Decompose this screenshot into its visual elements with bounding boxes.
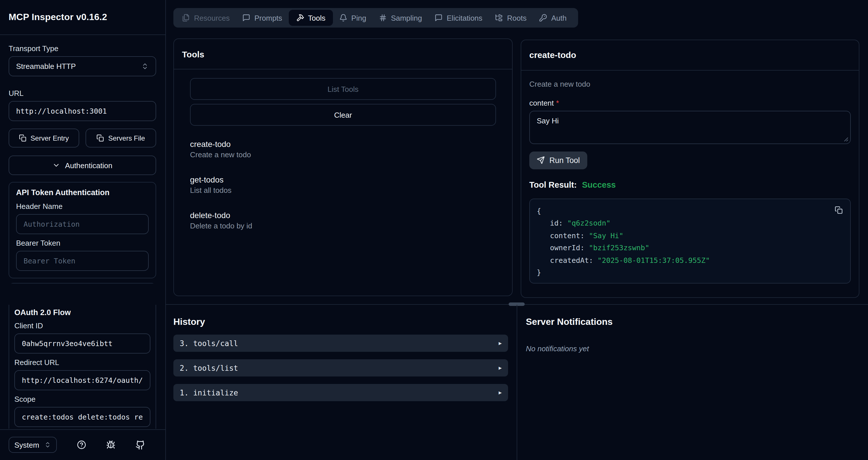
authentication-toggle[interactable]: Authentication: [9, 156, 156, 175]
clear-tools-button[interactable]: Clear: [190, 104, 496, 126]
chevrons-up-down-icon: [44, 441, 51, 448]
sidebar-connection-section: Transport Type Streamable HTTP URL Serve…: [0, 36, 165, 284]
transport-type-value: Streamable HTTP: [16, 62, 76, 71]
oauth-flow-card: OAuth 2.0 Flow Client ID Redirect URL Sc…: [9, 305, 156, 429]
tab-sampling[interactable]: Sampling: [373, 10, 428, 26]
header-name-label: Header Name: [16, 202, 149, 210]
bug-icon: [106, 440, 115, 449]
github-button[interactable]: [135, 440, 145, 450]
tool-result-row: Tool Result: Success: [529, 180, 851, 189]
tab-roots[interactable]: Roots: [489, 10, 533, 26]
sidebar: MCP Inspector v0.16.2 Transport Type Str…: [0, 0, 166, 460]
no-notifications-text: No notifications yet: [526, 344, 862, 353]
run-tool-button[interactable]: Run Tool: [529, 151, 587, 169]
tab-label: Tools: [308, 13, 326, 22]
chevron-down-icon: [53, 161, 61, 169]
tools-panel: Tools List Tools Clear create-todo Creat…: [174, 38, 513, 296]
content-field-input[interactable]: Say Hi: [529, 110, 851, 144]
copy-result-button[interactable]: [835, 206, 843, 214]
tool-detail-title: create-todo: [529, 50, 576, 60]
tool-list-item[interactable]: get-todos List all todos: [190, 175, 496, 195]
copy-icon: [19, 134, 26, 142]
help-circle-icon: [77, 440, 86, 449]
sidebar-header: MCP Inspector v0.16.2: [0, 0, 165, 35]
json-close-brace: }: [537, 266, 843, 278]
required-asterisk: *: [556, 98, 559, 107]
bell-icon: [339, 14, 347, 22]
list-tools-button[interactable]: List Tools: [190, 78, 496, 100]
tab-elicitations[interactable]: Elicitations: [428, 10, 489, 26]
url-label: URL: [9, 89, 156, 98]
expand-caret-icon: ▶: [499, 390, 502, 395]
history-item[interactable]: 3. tools/call ▶: [174, 335, 508, 352]
url-input[interactable]: [9, 101, 156, 121]
redirect-url-input[interactable]: [14, 370, 150, 390]
server-entry-button[interactable]: Server Entry: [9, 129, 79, 147]
folder-tree-icon: [495, 14, 503, 22]
client-id-input[interactable]: [14, 333, 150, 354]
transport-type-label: Transport Type: [9, 44, 156, 53]
history-item-label: 3. tools/call: [180, 339, 238, 348]
resize-handle-icon[interactable]: [843, 136, 848, 141]
header-name-input[interactable]: [16, 214, 149, 234]
hash-icon: [379, 14, 387, 22]
tab-ping[interactable]: Ping: [333, 10, 373, 26]
scope-input[interactable]: [14, 407, 150, 427]
api-token-title: API Token Authentication: [16, 188, 149, 197]
bearer-token-input[interactable]: [16, 251, 149, 271]
servers-file-button[interactable]: Servers File: [86, 129, 156, 147]
vertical-splitter[interactable]: [517, 305, 517, 460]
tools-panel-title: Tools: [182, 49, 205, 59]
sidebar-footer: System: [0, 429, 165, 460]
chevrons-up-down-icon: [141, 63, 149, 70]
servers-file-label: Servers File: [108, 134, 145, 142]
key-icon: [539, 14, 547, 22]
tool-list-item[interactable]: create-todo Create a new todo: [190, 139, 496, 159]
tab-resources[interactable]: Resources: [176, 10, 236, 26]
history-title: History: [174, 317, 508, 327]
json-entry: content: "Say Hi": [537, 229, 843, 242]
github-icon: [135, 440, 145, 450]
tab-label: Sampling: [391, 13, 422, 22]
main-tab-bar: Resources Prompts Tools Ping Sampling El…: [174, 8, 578, 28]
json-entry: createdAt: "2025-08-01T15:37:05.955Z": [537, 254, 843, 266]
clipped-card-fragment: [9, 283, 156, 284]
oauth-flow-title: OAuth 2.0 Flow: [14, 308, 150, 317]
authentication-toggle-label: Authentication: [65, 161, 113, 170]
message-square-icon: [435, 14, 443, 22]
history-item[interactable]: 2. tools/list ▶: [174, 359, 508, 376]
history-item-label: 1. initialize: [180, 388, 238, 397]
transport-type-select[interactable]: Streamable HTTP: [9, 56, 156, 76]
copy-icon: [97, 134, 104, 142]
files-icon: [182, 14, 190, 22]
theme-select[interactable]: System: [9, 437, 57, 453]
hammer-icon: [296, 14, 304, 22]
tool-name: get-todos: [190, 175, 496, 184]
history-item-label: 2. tools/list: [180, 364, 238, 372]
tool-description: List all todos: [190, 186, 496, 195]
server-notifications-panel: Server Notifications No notifications ye…: [526, 305, 862, 353]
tab-label: Auth: [551, 13, 567, 22]
tool-detail-header: create-todo: [521, 40, 859, 70]
tab-auth[interactable]: Auth: [533, 10, 573, 26]
json-entry: ownerId: "bzif253zswnb": [537, 242, 843, 254]
message-square-icon: [242, 14, 250, 22]
tab-label: Prompts: [254, 13, 282, 22]
expand-caret-icon: ▶: [499, 365, 502, 371]
copy-icon: [835, 206, 843, 214]
tab-label: Roots: [507, 13, 527, 22]
server-entry-label: Server Entry: [30, 134, 69, 142]
history-item[interactable]: 1. initialize ▶: [174, 384, 508, 401]
send-icon: [537, 156, 545, 164]
tool-detail-description: Create a new todo: [529, 79, 851, 88]
tab-tools[interactable]: Tools: [288, 10, 333, 26]
app-title: MCP Inspector v0.16.2: [9, 12, 107, 22]
tab-prompts[interactable]: Prompts: [236, 10, 288, 26]
json-open-brace: {: [537, 205, 843, 217]
expand-caret-icon: ▶: [499, 340, 502, 346]
report-bug-button[interactable]: [106, 440, 115, 449]
api-token-card: API Token Authentication Header Name Bea…: [9, 182, 156, 278]
help-button[interactable]: [77, 440, 86, 449]
tool-description: Create a new todo: [190, 151, 496, 159]
tool-list-item[interactable]: delete-todo Delete a todo by id: [190, 210, 496, 230]
